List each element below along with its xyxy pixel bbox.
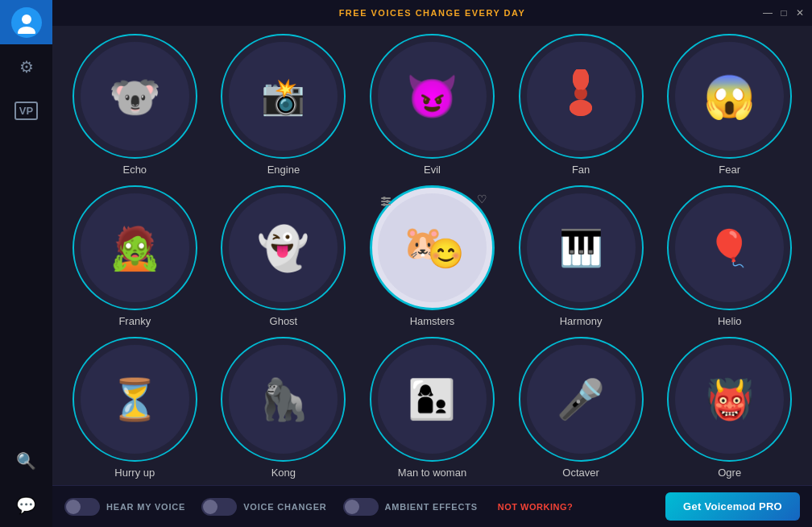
voice-card-hurry-up[interactable]: ⏳Hurry up: [64, 337, 205, 479]
voice-card-evil[interactable]: 😈Evil: [362, 34, 503, 176]
voice-card-engine[interactable]: 📸Engine: [213, 34, 354, 176]
svg-point-0: [22, 15, 31, 24]
titlebar: FREE VOICES CHANGE EVERY DAY — □ ✕: [52, 0, 812, 26]
voice-label-octaver: Octaver: [562, 467, 599, 479]
voice-card-franky[interactable]: 🧟Franky: [64, 185, 205, 327]
sidebar-item-search[interactable]: 🔍: [0, 438, 52, 483]
voice-icon-helio: 🎈: [675, 193, 784, 302]
voice-card-fear[interactable]: 😱Fear: [659, 34, 800, 176]
voice-label-hurry-up: Hurry up: [114, 467, 155, 479]
voice-label-kong: Kong: [271, 467, 296, 479]
hear-my-voice-label: HEAR MY VOICE: [106, 502, 185, 512]
sidebar-item-chat[interactable]: 💬: [0, 483, 52, 527]
voice-icon-kong: 🦍: [229, 345, 338, 454]
voice-card-hamsters[interactable]: ♡ 🐹 😊 Hamsters: [362, 185, 503, 327]
voice-changer-group: VOICE CHANGER: [201, 498, 326, 516]
voice-icon-ghost: 👻: [229, 193, 338, 302]
main-content: FREE VOICES CHANGE EVERY DAY — □ ✕ 🐨Echo…: [52, 0, 812, 527]
close-button[interactable]: ✕: [794, 7, 806, 19]
voice-card-ghost[interactable]: 👻Ghost: [213, 185, 354, 327]
voices-grid: 🐨Echo📸Engine😈Evil Fan😱Fear🧟Franky👻Ghost …: [52, 26, 812, 485]
search-icon: 🔍: [16, 451, 36, 471]
maximize-button[interactable]: □: [778, 7, 789, 19]
voice-card-kong[interactable]: 🦍Kong: [213, 337, 354, 479]
voice-favorite-icon[interactable]: ♡: [477, 193, 487, 205]
voice-icon-franky: 🧟: [81, 193, 189, 302]
voice-label-echo: Echo: [122, 164, 147, 176]
voice-label-harmony: Harmony: [560, 315, 603, 327]
voice-label-evil: Evil: [424, 164, 441, 176]
voice-icon-hurry-up: ⏳: [81, 345, 189, 454]
voice-label-franky: Franky: [118, 315, 151, 327]
voice-icon-man-to-woman: 👩‍👦: [378, 345, 487, 454]
sidebar: ⚙ VP 🔍 💬: [0, 0, 52, 527]
voice-label-man-to-woman: Man to woman: [398, 467, 466, 479]
get-pro-button[interactable]: Get Voicemod PRO: [665, 492, 800, 521]
ambient-effects-group: AMBIENT EFFECTS: [343, 498, 478, 516]
sidebar-logo-area: [0, 0, 52, 44]
voice-icon-fan: [527, 42, 636, 151]
sidebar-item-settings[interactable]: ⚙: [0, 44, 52, 89]
svg-point-6: [570, 100, 592, 116]
ambient-effects-label: AMBIENT EFFECTS: [385, 502, 478, 512]
svg-point-7: [577, 89, 585, 98]
voice-card-man-to-woman[interactable]: 👩‍👦Man to woman: [362, 337, 503, 479]
sidebar-item-vp[interactable]: VP: [0, 89, 52, 133]
svg-point-11: [383, 197, 386, 200]
voice-changer-toggle[interactable]: [201, 498, 237, 516]
voice-icon-ogre: 👹: [675, 345, 784, 454]
voice-settings-icon[interactable]: [379, 194, 393, 211]
titlebar-title: FREE VOICES CHANGE EVERY DAY: [339, 8, 526, 18]
gear-icon: ⚙: [19, 57, 34, 77]
voice-label-engine: Engine: [267, 164, 300, 176]
voice-icon-evil: 😈: [378, 42, 487, 151]
voice-icon-echo: 🐨: [81, 42, 189, 151]
voice-icon-engine: 📸: [229, 42, 338, 151]
voice-icon-octaver: 🎤: [527, 345, 636, 454]
voice-card-harmony[interactable]: 🎹Harmony: [511, 185, 652, 327]
voice-label-hamsters: Hamsters: [410, 315, 455, 327]
bottombar: HEAR MY VOICE VOICE CHANGER AMBIENT EFFE…: [52, 485, 812, 527]
voice-label-fear: Fear: [719, 164, 740, 176]
voice-label-ghost: Ghost: [270, 315, 298, 327]
ambient-effects-toggle[interactable]: [343, 498, 379, 516]
chat-icon: 💬: [16, 496, 36, 515]
voice-label-helio: Helio: [718, 315, 742, 327]
svg-point-1: [18, 27, 35, 34]
voice-label-ogre: Ogre: [718, 467, 741, 479]
svg-point-5: [573, 69, 589, 90]
voice-icon-harmony: 🎹: [527, 193, 636, 302]
vp-icon: VP: [14, 102, 38, 120]
voice-label-fan: Fan: [572, 164, 590, 176]
voice-card-fan[interactable]: Fan: [511, 34, 652, 176]
hear-my-voice-toggle[interactable]: [64, 498, 100, 516]
svg-point-12: [386, 200, 389, 203]
avatar[interactable]: [11, 7, 42, 38]
voice-icon-hamsters: 🐹 😊: [378, 193, 487, 302]
svg-point-13: [383, 203, 386, 206]
minimize-button[interactable]: —: [762, 7, 773, 19]
voice-card-ogre[interactable]: 👹Ogre: [659, 337, 800, 479]
hear-my-voice-group: HEAR MY VOICE: [64, 498, 185, 516]
window-controls: — □ ✕: [762, 7, 806, 19]
not-working-link[interactable]: NOT WORKING?: [498, 502, 573, 512]
voice-card-helio[interactable]: 🎈Helio: [659, 185, 800, 327]
voice-card-echo[interactable]: 🐨Echo: [64, 34, 205, 176]
voice-changer-label: VOICE CHANGER: [243, 502, 326, 512]
voice-card-octaver[interactable]: 🎤Octaver: [511, 337, 652, 479]
voice-icon-fear: 😱: [675, 42, 784, 151]
